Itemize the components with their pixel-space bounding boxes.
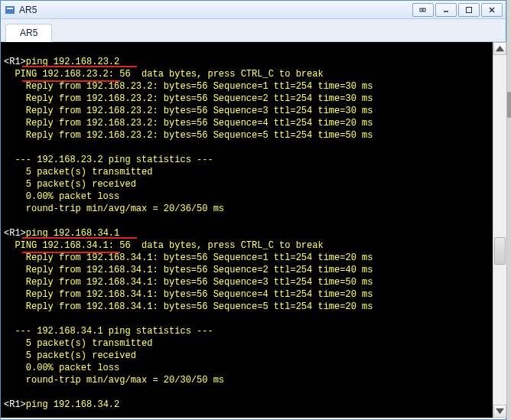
ping-stats-header: --- 192.168.23.2 ping statistics --- xyxy=(4,154,493,166)
ping-stat: 5 packet(s) transmitted xyxy=(4,166,493,178)
ping-stat: 0.00% packet loss xyxy=(4,190,493,203)
ping-stat: 5 packet(s) received xyxy=(4,178,493,190)
annotation-underline xyxy=(22,237,137,239)
ping-stat: 5 packet(s) transmitted xyxy=(4,337,493,350)
ping-reply: Reply from 192.168.23.2: bytes=56 Sequen… xyxy=(4,105,493,117)
ping-reply: Reply from 192.168.23.2: bytes=56 Sequen… xyxy=(4,117,493,129)
annotation-underline xyxy=(22,66,137,67)
annotation-underline xyxy=(22,252,120,253)
svg-rect-1 xyxy=(423,8,425,11)
app-window: AR5 AR5 <R1>ping 192.168.23.2 PING 192.1… xyxy=(0,0,506,420)
outer-scroll-thumb[interactable] xyxy=(507,92,511,118)
ping-stat: round-trip min/avg/max = 20/30/50 ms xyxy=(4,374,493,386)
terminal-output[interactable]: <R1>ping 192.168.23.2 PING 192.168.23.2:… xyxy=(1,42,493,418)
scroll-thumb[interactable] xyxy=(494,237,506,265)
ping-stats-header: --- 192.168.34.1 ping statistics --- xyxy=(4,325,493,337)
prompt-line: <R1>ping 192.168.34.2 xyxy=(4,399,493,411)
scroll-up-button[interactable] xyxy=(493,42,506,55)
svg-rect-3 xyxy=(467,7,472,12)
svg-rect-0 xyxy=(420,8,422,11)
ping-stat: round-trip min/avg/max = 20/36/50 ms xyxy=(4,203,493,215)
ping-header: PING 192.168.23.2: 56 data bytes, press … xyxy=(4,68,493,80)
ping-reply: Reply from 192.168.23.2: bytes=56 Sequen… xyxy=(4,80,493,93)
window-title: AR5 xyxy=(19,5,411,15)
ping-reply: Reply from 192.168.34.1: bytes=56 Sequen… xyxy=(4,288,493,301)
annotation-underline xyxy=(22,80,120,82)
ping-reply: Reply from 192.168.23.2: bytes=56 Sequen… xyxy=(4,129,493,142)
window-controls xyxy=(411,3,503,17)
ping-reply: Reply from 192.168.34.1: bytes=56 Sequen… xyxy=(4,276,493,288)
scroll-track[interactable] xyxy=(493,55,506,405)
tab-strip: AR5 xyxy=(1,19,506,42)
terminal-container: <R1>ping 192.168.23.2 PING 192.168.23.2:… xyxy=(1,42,506,418)
ping-reply: Reply from 192.168.34.1: bytes=56 Sequen… xyxy=(4,301,493,313)
ping-reply: Reply from 192.168.23.2: bytes=56 Sequen… xyxy=(4,93,493,105)
ping-reply: Reply from 192.168.34.1: bytes=56 Sequen… xyxy=(4,252,493,264)
ping-stat: 5 packet(s) received xyxy=(4,350,493,362)
maximize-button[interactable] xyxy=(458,3,480,17)
close-button[interactable] xyxy=(481,3,503,17)
terminal-scrollbar[interactable] xyxy=(493,42,506,418)
ext-button[interactable] xyxy=(412,3,434,17)
ping-stat: 0.00% packet loss xyxy=(4,362,493,374)
ping-reply: Reply from 192.168.34.1: bytes=56 Sequen… xyxy=(4,264,493,276)
scroll-down-button[interactable] xyxy=(493,405,506,418)
title-bar[interactable]: AR5 xyxy=(1,1,506,19)
outer-scrollbar[interactable] xyxy=(506,0,511,420)
ping-header: PING 192.168.34.1: 56 data bytes, press … xyxy=(4,239,493,252)
minimize-button[interactable] xyxy=(435,3,457,17)
tab-ar5[interactable]: AR5 xyxy=(5,24,52,42)
app-icon xyxy=(4,4,16,16)
tab-label: AR5 xyxy=(20,28,37,38)
